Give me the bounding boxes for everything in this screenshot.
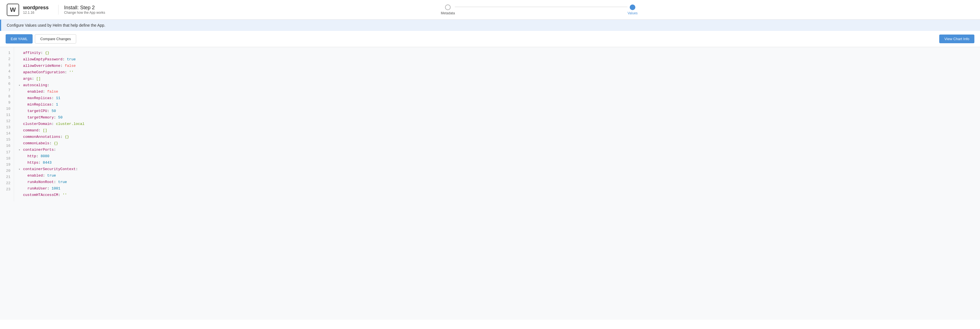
table-row: minReplicas: 1	[19, 101, 975, 108]
yaml-key: enabled	[23, 89, 43, 95]
step-metadata-circle	[445, 5, 451, 10]
line-number: 8	[3, 93, 10, 100]
table-row: command: []	[19, 127, 975, 134]
line-number: 2	[3, 56, 10, 62]
toggle-icon[interactable]: ▾	[19, 148, 23, 152]
yaml-key: runAsNonRoot	[23, 179, 54, 185]
yaml-key: commonAnnotations	[23, 134, 60, 140]
table-row: ▾autoscaling:	[19, 82, 975, 89]
yaml-value: 1	[54, 101, 58, 108]
yaml-key: apacheConfiguration	[23, 70, 65, 76]
logo-area: W wordpress 12.1.16 Install: Step 2 Chan…	[7, 4, 105, 16]
line-number: 18	[3, 155, 10, 162]
toolbar-left: Edit YAML Compare Changes	[6, 34, 76, 44]
table-row: commonAnnotations: {}	[19, 134, 975, 140]
yaml-value: false	[45, 89, 58, 95]
app-logo: W	[7, 4, 19, 16]
step-values-circle	[630, 5, 635, 10]
yaml-value: 50	[49, 108, 56, 114]
editor-container[interactable]: 1234567891011121314151617181920212223 af…	[0, 47, 980, 320]
table-row: allowEmptyPassword: true	[19, 57, 975, 63]
app-info: wordpress 12.1.16	[23, 5, 49, 14]
edit-yaml-button[interactable]: Edit YAML	[6, 34, 33, 44]
yaml-key: args	[23, 76, 32, 82]
step-values-label: Values	[627, 11, 638, 15]
toggle-icon[interactable]: ▾	[19, 167, 23, 172]
yaml-value: []	[40, 127, 47, 134]
table-row: maxReplicas: 11	[19, 95, 975, 101]
yaml-key: containerPorts	[23, 147, 54, 153]
yaml-key: command	[23, 127, 38, 134]
line-number: 7	[3, 87, 10, 93]
yaml-value: {}	[51, 140, 58, 147]
yaml-value: false	[62, 63, 76, 69]
yaml-key: allowEmptyPassword	[23, 57, 62, 63]
line-number: 3	[3, 62, 10, 68]
step-title: Install: Step 2	[64, 5, 105, 11]
code-content[interactable]: affinity: {}allowEmptyPassword: trueallo…	[14, 47, 980, 201]
banner-text: Configure Values used by Helm that help …	[7, 23, 105, 27]
yaml-key: customHTAccessCM	[23, 192, 58, 198]
line-number: 11	[3, 112, 10, 118]
yaml-value: 50	[56, 114, 62, 121]
line-number: 15	[3, 137, 10, 143]
yaml-value: 8080	[38, 153, 49, 160]
table-row: runAsNonRoot: true	[19, 179, 975, 185]
info-banner: Configure Values used by Helm that help …	[0, 20, 980, 31]
line-numbers: 1234567891011121314151617181920212223	[0, 47, 14, 201]
table-row: args: []	[19, 76, 975, 82]
progress-steps: Metadata Values	[441, 5, 638, 15]
table-row: apacheConfiguration: ''	[19, 70, 975, 76]
yaml-key: enabled	[23, 172, 43, 179]
table-row: enabled: false	[19, 89, 975, 95]
compare-changes-button[interactable]: Compare Changes	[35, 34, 76, 44]
yaml-key: runAsUser	[23, 185, 47, 192]
yaml-value: ''	[67, 70, 73, 76]
yaml-key: commonLabels	[23, 140, 49, 147]
table-row: runAsUser: 1001	[19, 185, 975, 192]
code-editor: 1234567891011121314151617181920212223 af…	[0, 47, 980, 201]
step-subtitle: Change how the App works	[64, 11, 105, 14]
step-metadata[interactable]: Metadata	[441, 5, 455, 15]
yaml-key: https	[23, 160, 38, 166]
table-row: customHTAccessCM: ''	[19, 192, 975, 198]
yaml-value: true	[45, 172, 56, 179]
step-values[interactable]: Values	[627, 5, 638, 15]
table-row: clusterDomain: cluster.local	[19, 121, 975, 127]
line-number: 22	[3, 180, 10, 187]
step-metadata-label: Metadata	[441, 11, 455, 15]
app-name: wordpress	[23, 5, 49, 11]
yaml-value: {}	[62, 134, 69, 140]
line-number: 10	[3, 106, 10, 112]
view-chart-info-button[interactable]: View Chart Info	[939, 35, 974, 43]
line-number: 4	[3, 68, 10, 75]
yaml-key: affinity	[23, 50, 40, 56]
line-number: 14	[3, 131, 10, 137]
yaml-key: allowOverrideNone	[23, 63, 60, 69]
toolbar: Edit YAML Compare Changes View Chart Inf…	[0, 31, 980, 47]
table-row: enabled: true	[19, 172, 975, 179]
yaml-value: {}	[43, 50, 49, 56]
table-row: commonLabels: {}	[19, 140, 975, 147]
yaml-key: http	[23, 153, 36, 160]
app-version: 12.1.16	[23, 11, 49, 14]
table-row: ▾containerSecurityContext:	[19, 166, 975, 172]
table-row: http: 8080	[19, 153, 975, 160]
table-row: targetCPU: 50	[19, 108, 975, 114]
toggle-icon[interactable]: ▾	[19, 83, 23, 88]
yaml-key: containerSecurityContext	[23, 166, 76, 172]
yaml-value: ''	[60, 192, 67, 198]
table-row: allowOverrideNone: false	[19, 63, 975, 70]
line-number: 5	[3, 75, 10, 81]
line-number: 12	[3, 118, 10, 124]
line-number: 1	[3, 50, 10, 56]
progress-area: Metadata Values	[105, 5, 973, 15]
yaml-key: targetCPU	[23, 108, 47, 114]
yaml-value: true	[56, 179, 67, 185]
step-info: Install: Step 2 Change how the App works	[58, 5, 105, 14]
yaml-value: []	[34, 76, 40, 82]
line-number: 19	[3, 162, 10, 168]
line-number: 23	[3, 187, 10, 193]
yaml-value: cluster.local	[54, 121, 84, 127]
yaml-key: minReplicas	[23, 101, 51, 108]
